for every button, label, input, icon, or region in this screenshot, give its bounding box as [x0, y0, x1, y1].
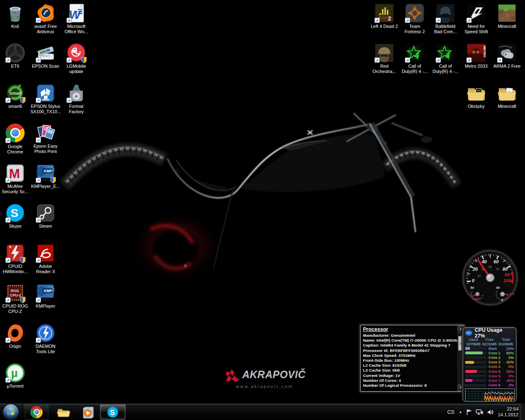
akrapovic-mark-icon — [224, 365, 240, 383]
shortcut-arrow-icon: ↗ — [36, 178, 41, 183]
desktop-icon-kmplayer[interactable]: KMP ↗ KMPlayer — [30, 283, 61, 309]
desktop-icon-battlefield[interactable]: ↗ Battlefield Bad Com... — [430, 3, 461, 34]
processor-line: Caption: Intel64 Family 6 Model 42 Stepp… — [363, 343, 456, 348]
desktop-icon-team-fortress2[interactable]: ↗ Team Fortress 2 — [399, 3, 430, 34]
taskbar: S CS ▲ 22:54 14.1.2012 — [0, 403, 525, 420]
nfs-icon: ↗ — [466, 3, 486, 23]
svg-text:100: 100 — [503, 278, 511, 283]
desktop-icon-steam[interactable]: ↗ Steam — [30, 203, 61, 229]
desktop-icon-left4dead2[interactable]: 4 DEAD 2 ↗ Left 4 Dead 2 — [369, 3, 399, 29]
icon-label: ET6 — [0, 64, 30, 69]
desktop-icon-et6[interactable]: ↗ ET6 — [0, 43, 30, 69]
svg-text:100: 100 — [474, 297, 479, 301]
desktop-icon-origin[interactable]: ↗ Origin — [0, 323, 30, 349]
uac-shield-icon — [50, 177, 56, 183]
desktop-icon-red-orchestra[interactable]: ↗ Red Orchestra... — [369, 43, 399, 74]
desktop-icon-cpuid-hwmonitor[interactable]: ↗ CPUID HWMonito... — [0, 243, 30, 274]
intel-logo-icon: intel — [465, 330, 472, 336]
start-button[interactable] — [3, 404, 18, 420]
icon-label: KMPlayer — [30, 304, 61, 309]
svg-text:0: 0 — [501, 298, 503, 302]
icon-label: Steam — [30, 224, 61, 229]
shortcut-arrow-icon: ↗ — [66, 57, 72, 63]
svg-text:4: 4 — [414, 50, 419, 59]
cpu-usage-gadget[interactable]: intel CPU Usage 27% UsedFreeTotal 1878MB… — [463, 327, 516, 402]
gadget-row-core6: Core 6 0% — [465, 374, 514, 378]
tf2-icon: ↗ — [405, 3, 425, 23]
desktop-icon-cod4-b[interactable]: 4 ↗ Call of Duty(R) 4 -... — [430, 43, 461, 74]
processor-line: Front-Side Bus: 100MHz — [363, 358, 456, 363]
desktop-icon-smart6[interactable]: smart ↗ smart6 — [0, 83, 30, 109]
folder-icon — [497, 83, 517, 103]
taskbar-skype-button[interactable]: S — [100, 404, 126, 420]
desktop-icon-epson-stylus[interactable]: ↗ EPSON Stylus SX100_TX10... — [30, 83, 61, 114]
desktop-icon-nfs-shift[interactable]: ↗ Need for Speed Shift — [461, 3, 491, 34]
clock-time: 22:54 — [498, 406, 518, 412]
icon-label: Obrázky — [461, 104, 491, 109]
cpu-gauge-widget[interactable]: 0 20 40 60 80 90 100 10. 30 50 70 50 100… — [461, 249, 519, 306]
taskbar-clock[interactable]: 22:54 14.1.2012 — [498, 406, 518, 418]
svg-text:KMP: KMP — [44, 289, 52, 293]
icon-label: Microsoft Office Wo... — [61, 24, 91, 34]
icon-label: CPUID HWMonito... — [0, 264, 30, 274]
taskbar-chrome-button[interactable] — [25, 404, 48, 420]
desktop-icon-folder-obrazky[interactable]: Obrázky — [461, 83, 491, 109]
desktop-icon-cpuid-cpuz[interactable]: ROG CPU-Z ↗ CPUID ROG CPU-Z — [0, 283, 30, 314]
icon-label: Skype — [0, 224, 30, 229]
shortcut-arrow-icon: ↗ — [5, 377, 11, 383]
icon-label: LGMobile update — [61, 64, 91, 74]
svg-text:70: 70 — [495, 267, 499, 271]
desktop-icon-google-chrome[interactable]: ↗ Google Chrome — [0, 123, 30, 155]
desktop-icon-daemon-tools[interactable]: ↗ DAEMON Tools Lite — [30, 323, 61, 354]
kmplayer-icon: KMP ↗ — [36, 163, 55, 183]
desktop-icon-avast[interactable]: ↗ avast! Free Antivirus — [30, 3, 61, 34]
desktop-icon-word[interactable]: W ↗ Microsoft Office Wo... — [61, 3, 91, 34]
desktop-icon-skype[interactable]: S ↗ Skype — [0, 203, 30, 229]
uac-shield-icon — [20, 297, 26, 303]
l4d2-icon: 4 DEAD 2 ↗ — [374, 3, 394, 23]
shortcut-arrow-icon: ↗ — [36, 57, 41, 63]
show-desktop-button[interactable] — [520, 404, 525, 420]
clock-date: 14.1.2012 — [498, 412, 518, 418]
taskbar-explorer-button[interactable] — [52, 404, 75, 420]
svg-text:µ: µ — [11, 367, 18, 379]
desktop-icon-adobe-reader[interactable]: ↗ Adobe Reader X — [30, 243, 61, 274]
volume-icon[interactable] — [487, 409, 494, 415]
desktop-icon-recycle-bin[interactable]: Koš — [0, 3, 30, 29]
photo-stack-icon: ↗ — [36, 123, 55, 143]
icon-label: Need for Speed Shift — [461, 24, 491, 34]
action-center-flag-icon[interactable] — [466, 409, 472, 415]
desktop-icon-folder-minecraft[interactable]: Minecraft — [492, 83, 522, 109]
desktop-icon-epson-scan[interactable]: ↗ EPSON Scan — [30, 43, 61, 69]
network-icon[interactable] — [476, 409, 484, 415]
processor-line: Current Voltage: 1V — [363, 373, 456, 378]
desktop-icon-arma2free[interactable]: ↗ ARMA 2 Free — [492, 43, 522, 69]
icon-label: DAEMON Tools Lite — [30, 344, 61, 354]
desktop-icon-metro2033[interactable]: METRO ↗ Metro 2033 — [461, 43, 491, 69]
desktop-icon-cod4-a[interactable]: 4 ↗ Call of Duty(R) 4 -... — [399, 43, 430, 74]
taskbar-wmp-button[interactable] — [76, 404, 100, 420]
show-hidden-icons-button[interactable]: ▲ — [459, 410, 462, 414]
arma2-dogtag-icon: ↗ — [497, 43, 517, 63]
processor-info-panel[interactable]: Processor Manufacturer: GenuineIntel Nam… — [360, 325, 464, 392]
icon-label: Red Orchestra... — [369, 64, 399, 74]
desktop-icon-mcafee[interactable]: M ↗ McAfee Security Sc... — [0, 163, 30, 194]
desktop-icon-kmplayer-e[interactable]: KMP ↗ KMPlayer_E... — [30, 163, 61, 189]
folder-icon — [466, 83, 486, 103]
icon-label: avast! Free Antivirus — [30, 24, 61, 34]
desktop-icon-format-factory[interactable]: ↗ Format Factory — [61, 83, 91, 114]
language-indicator[interactable]: CS — [446, 409, 455, 415]
shortcut-arrow-icon: ↗ — [36, 98, 41, 103]
desktop-icon-utorrent[interactable]: µ ↗ µTorrent — [0, 363, 30, 389]
desktop-icon-epson-easy-photo[interactable]: ↗ Epson Easy Photo Print — [30, 123, 61, 154]
icon-label: Minecraft — [492, 24, 522, 29]
svg-text:METRO: METRO — [483, 46, 486, 57]
desktop-icon-minecraft[interactable]: Minecraft — [492, 3, 522, 29]
icon-label: Origin — [0, 344, 30, 349]
battlefield-icon: ↗ — [436, 3, 455, 23]
icon-label: EPSON Stylus SX100_TX10... — [30, 104, 61, 114]
shortcut-arrow-icon: ↗ — [66, 18, 72, 23]
svg-text:S: S — [11, 207, 18, 219]
desktop-icon-lgmobile[interactable]: ↗ LGMobile update — [61, 43, 91, 74]
shortcut-arrow-icon: ↗ — [36, 297, 41, 303]
